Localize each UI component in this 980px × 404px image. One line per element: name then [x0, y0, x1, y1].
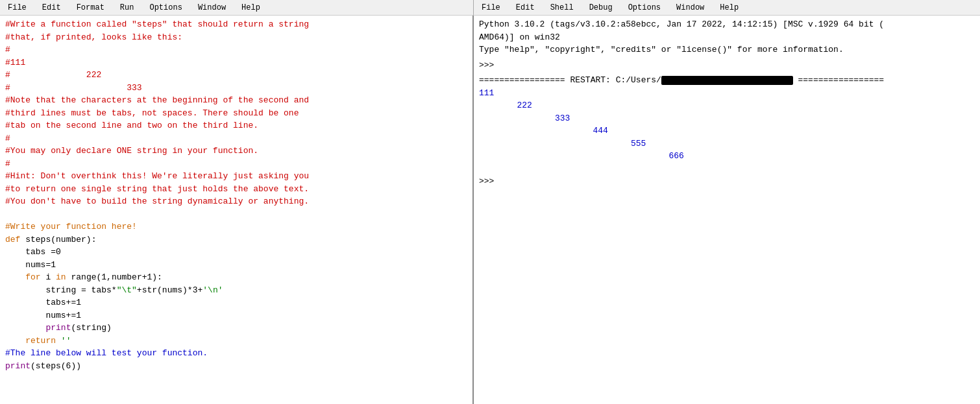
- editor-menu-help[interactable]: Help: [239, 2, 263, 14]
- editor-menu-edit[interactable]: Edit: [40, 2, 64, 14]
- shell-menu-window[interactable]: Window: [674, 2, 707, 14]
- editor-line-13: #Hint: Don't overthink this! We're liter…: [5, 170, 467, 183]
- shell-prompt-2: >>>: [479, 175, 975, 188]
- editor-menu-options[interactable]: Options: [147, 2, 184, 14]
- shell-menu-file[interactable]: File: [479, 2, 503, 14]
- editor-menu-format[interactable]: Format: [74, 2, 107, 14]
- editor-line-12: #: [5, 158, 467, 171]
- editor-menu-bar: File Edit Format Run Options Window Help: [0, 0, 474, 16]
- editor-line-comment2: #Write your function here!: [5, 220, 467, 233]
- shell-out-111: 111: [479, 87, 975, 100]
- editor-line-5: # 222: [5, 69, 467, 82]
- editor-line-10: #: [5, 132, 467, 145]
- shell-menu-shell[interactable]: Shell: [548, 2, 576, 14]
- shell-out-666: 666: [479, 150, 975, 163]
- editor-line-print2: print(steps(6)): [5, 360, 467, 373]
- editor-menu-run[interactable]: Run: [117, 2, 137, 14]
- editor-line-empty1: [5, 208, 467, 221]
- editor-line-15: #You don't have to build the string dyna…: [5, 195, 467, 208]
- shell-out-333: 333: [479, 112, 975, 125]
- shell-restart-line: ================= RESTART: C:/Users/ ===…: [479, 74, 975, 87]
- shell-menu-options[interactable]: Options: [626, 2, 663, 14]
- editor-line-11: #You may only declare ONE string in your…: [5, 145, 467, 158]
- shell-hint: Type "help", "copyright", "credits" or "…: [479, 43, 975, 56]
- shell-menu-debug[interactable]: Debug: [587, 2, 615, 14]
- editor-line-def: def steps(number):: [5, 233, 467, 246]
- shell-prompt-arrow-1: >>>: [479, 59, 499, 72]
- editor-line-14: #to return one single string that just h…: [5, 183, 467, 196]
- editor-line-7: #Note that the characters at the beginni…: [5, 94, 467, 107]
- shell-out-444: 444: [479, 125, 975, 137]
- shell-platform: AMD64)] on win32: [479, 31, 975, 44]
- shell-pane[interactable]: Python 3.10.2 (tags/v3.10.2:a58ebcc, Jan…: [474, 16, 980, 404]
- editor-line-tabs: tabs =0: [5, 246, 467, 259]
- editor-line-9: #tab on the second line and two on the t…: [5, 119, 467, 132]
- editor-line-1: #Write a function called "steps" that sh…: [5, 18, 467, 31]
- shell-prompt-1: >>>: [479, 59, 975, 72]
- editor-line-8: #third lines must be tabs, not spaces. T…: [5, 107, 467, 120]
- editor-line-comment3: #The line below will test your function.: [5, 347, 467, 360]
- editor-menu-window[interactable]: Window: [195, 2, 228, 14]
- editor-pane[interactable]: #Write a function called "steps" that sh…: [0, 16, 474, 404]
- editor-line-string: string = tabs*"\t"+str(nums)*3+'\n': [5, 284, 467, 297]
- shell-menu-help[interactable]: Help: [717, 2, 741, 14]
- editor-line-4: #111: [5, 56, 467, 69]
- shell-menu-edit[interactable]: Edit: [513, 2, 537, 14]
- shell-prompt-arrow-2: >>>: [479, 175, 499, 188]
- editor-line-2: #that, if printed, looks like this:: [5, 31, 467, 44]
- shell-out-222: 222: [479, 99, 975, 112]
- shell-empty: [479, 163, 975, 176]
- editor-line-tabs-inc: tabs+=1: [5, 296, 467, 309]
- editor-line-nums-inc: nums+=1: [5, 309, 467, 322]
- editor-line-nums: nums=1: [5, 259, 467, 272]
- shell-out-555: 555: [479, 137, 975, 150]
- shell-python-version: Python 3.10.2 (tags/v3.10.2:a58ebcc, Jan…: [479, 18, 975, 31]
- redacted-path: [661, 76, 793, 85]
- editor-line-3: #: [5, 43, 467, 56]
- editor-line-return: return '': [5, 335, 467, 348]
- shell-menu-bar: File Edit Shell Debug Options Window Hel…: [474, 0, 980, 16]
- editor-line-6: # 333: [5, 82, 467, 95]
- editor-menu-file[interactable]: File: [5, 2, 29, 14]
- editor-line-for: for i in range(1,number+1):: [5, 271, 467, 284]
- editor-line-print: print(string): [5, 322, 467, 335]
